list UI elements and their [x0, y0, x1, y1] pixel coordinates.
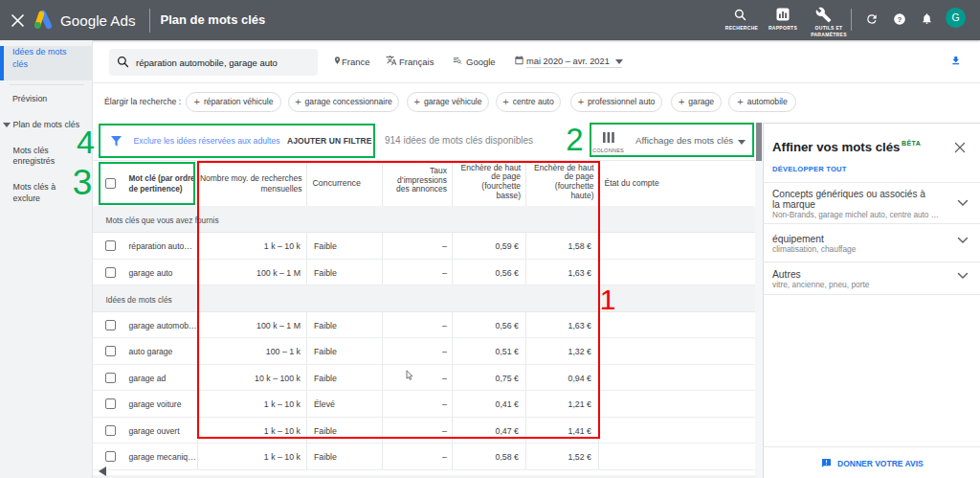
svg-text:?: ?	[898, 15, 902, 24]
